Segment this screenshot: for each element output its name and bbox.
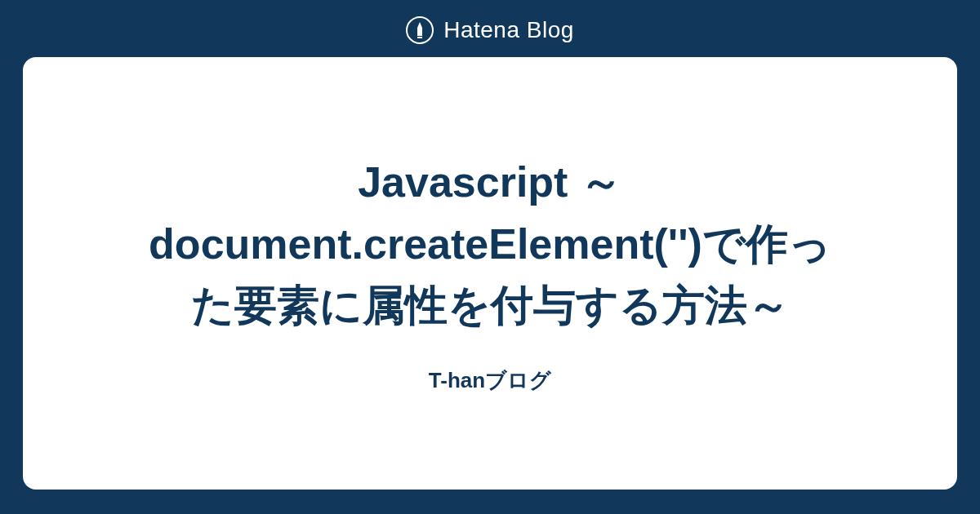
- header: Hatena Blog: [406, 0, 574, 57]
- svg-rect-0: [417, 37, 422, 38]
- article-title: Javascript ～document.createElement('')で作…: [131, 152, 849, 336]
- brand-text: Hatena Blog: [443, 17, 574, 43]
- pen-logo-icon: [406, 16, 434, 44]
- content-card: Javascript ～document.createElement('')で作…: [23, 57, 957, 490]
- blog-name: T-hanブログ: [429, 366, 551, 395]
